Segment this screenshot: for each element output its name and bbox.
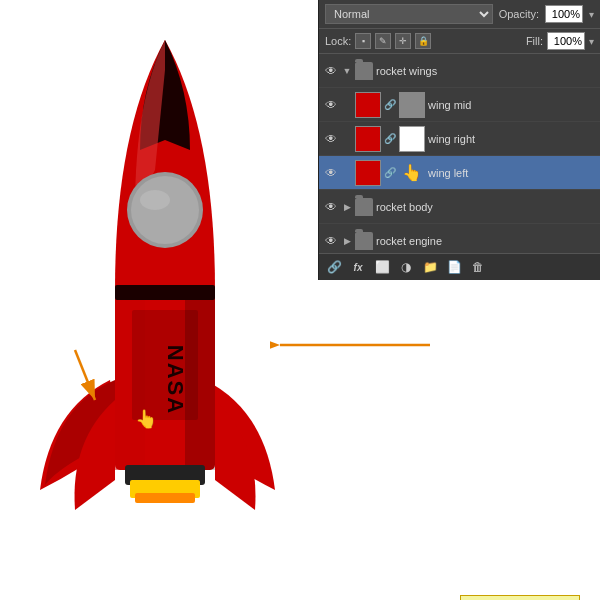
layer-name-rocket-body: rocket body — [376, 201, 596, 213]
visibility-eye-wing-mid[interactable]: 👁 — [323, 97, 339, 113]
svg-text:👆: 👆 — [135, 408, 158, 430]
rocket-illustration: NASA 👆 — [0, 0, 320, 600]
adjustment-icon[interactable]: ◑ — [397, 258, 415, 276]
lock-all-btn[interactable]: 🔒 — [415, 33, 431, 49]
expand-toggle-rocket-body[interactable]: ▶ — [342, 199, 352, 215]
layer-row-wing-right[interactable]: 👁 🔗 wing right — [319, 122, 600, 156]
layer-name-rocket-engine: rocket engine — [376, 235, 596, 247]
svg-rect-6 — [115, 285, 215, 300]
layer-row-wing-left[interactable]: 👁 🔗 👆 wing left — [319, 156, 600, 190]
chain-wing-left: 🔗 — [384, 165, 396, 181]
ctrl-click-tooltip: CTRL click here — [460, 595, 580, 600]
thumb-wing-right — [355, 126, 381, 152]
svg-point-5 — [140, 190, 170, 210]
fill-label: Fill: — [526, 35, 543, 47]
lock-label: Lock: — [325, 35, 351, 47]
new-layer-icon[interactable]: 📄 — [445, 258, 463, 276]
cursor-icon-wing-left: 👆 — [399, 160, 425, 186]
new-group-icon[interactable]: 📁 — [421, 258, 439, 276]
layer-name-wing-mid: wing mid — [428, 99, 596, 111]
fill-input[interactable] — [547, 32, 585, 50]
folder-icon-rocket-engine — [355, 232, 373, 250]
layer-name-wing-left: wing left — [428, 167, 596, 179]
rocket-svg: NASA 👆 — [20, 10, 310, 580]
lock-paint-btn[interactable]: ✎ — [375, 33, 391, 49]
layer-name-rocket-wings: rocket wings — [376, 65, 596, 77]
opacity-input[interactable] — [545, 5, 583, 23]
visibility-eye-wing-left[interactable]: 👁 — [323, 165, 339, 181]
blend-opacity-bar: Normal Opacity: ▾ — [319, 0, 600, 29]
chain-wing-right: 🔗 — [384, 131, 396, 147]
visibility-eye-wing-right[interactable]: 👁 — [323, 131, 339, 147]
photoshop-layers-panel: Normal Opacity: ▾ Lock: ▪ ✎ ✛ 🔒 Fill: ▾ … — [318, 0, 600, 280]
lock-transparent-btn[interactable]: ▪ — [355, 33, 371, 49]
trash-icon[interactable]: 🗑 — [469, 258, 487, 276]
lock-fill-bar: Lock: ▪ ✎ ✛ 🔒 Fill: ▾ — [319, 29, 600, 54]
fx-icon[interactable]: fx — [349, 258, 367, 276]
thumb2-wing-right — [399, 126, 425, 152]
layers-bottom-toolbar: 🔗 fx ⬜ ◑ 📁 📄 🗑 — [319, 253, 600, 280]
opacity-dropdown-arrow[interactable]: ▾ — [589, 9, 594, 20]
blend-mode-select[interactable]: Normal — [325, 4, 493, 24]
visibility-eye-rocket-engine[interactable]: 👁 — [323, 233, 339, 249]
svg-text:NASA: NASA — [163, 345, 188, 415]
ctrl-click-arrow — [270, 325, 450, 385]
layer-row-wing-mid[interactable]: 👁 🔗 wing mid — [319, 88, 600, 122]
svg-point-4 — [131, 176, 199, 244]
chain-wing-mid: 🔗 — [384, 97, 396, 113]
thumb-wing-mid — [355, 92, 381, 118]
layer-row-rocket-wings[interactable]: 👁 ▼ rocket wings — [319, 54, 600, 88]
expand-toggle-rocket-wings[interactable]: ▼ — [342, 63, 352, 79]
folder-icon-rocket-wings — [355, 62, 373, 80]
opacity-label: Opacity: — [499, 8, 539, 20]
fill-dropdown-arrow[interactable]: ▾ — [589, 36, 594, 47]
layer-row-rocket-body[interactable]: 👁 ▶ rocket body — [319, 190, 600, 224]
mask-icon[interactable]: ⬜ — [373, 258, 391, 276]
visibility-eye-rocket-body[interactable]: 👁 — [323, 199, 339, 215]
layer-name-wing-right: wing right — [428, 133, 596, 145]
visibility-eye-rocket-wings[interactable]: 👁 — [323, 63, 339, 79]
folder-icon-rocket-body — [355, 198, 373, 216]
thumb-wing-left — [355, 160, 381, 186]
lock-position-btn[interactable]: ✛ — [395, 33, 411, 49]
expand-toggle-rocket-engine[interactable]: ▶ — [342, 233, 352, 249]
thumb2-wing-mid — [399, 92, 425, 118]
link-icon[interactable]: 🔗 — [325, 258, 343, 276]
svg-rect-11 — [135, 493, 195, 503]
